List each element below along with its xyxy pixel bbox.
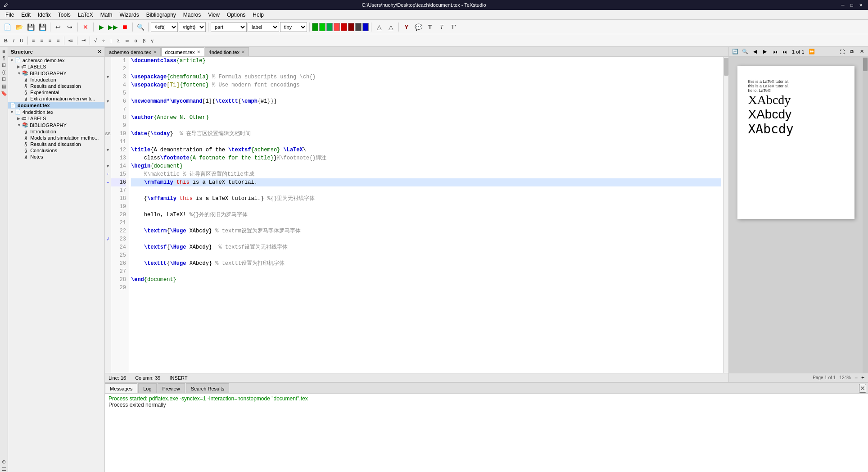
- tree-introduction-2[interactable]: § Introduction: [8, 128, 104, 135]
- bottom-tab-search-results[interactable]: Search Results: [186, 383, 230, 393]
- fmt-btn-4[interactable]: ≡: [54, 36, 62, 45]
- tree-conclusions[interactable]: § Conclusions: [8, 147, 104, 154]
- text-t-button[interactable]: T: [425, 22, 435, 32]
- preview-scrollbar-thumb[interactable]: [863, 58, 868, 71]
- fmt-btn-2[interactable]: ≡: [38, 36, 45, 45]
- math-btn-1[interactable]: ∫: [108, 36, 114, 45]
- italic-button[interactable]: I: [11, 36, 17, 45]
- gutter-icon-4[interactable]: ((: [2, 69, 5, 75]
- menu-idefix[interactable]: Idefix: [34, 11, 54, 19]
- fmt-btn-1[interactable]: ≡: [30, 36, 37, 45]
- minimize-button[interactable]: ─: [839, 1, 846, 9]
- tree-labels-2[interactable]: ▶ 🏷 LABELS: [8, 115, 104, 122]
- tab-4nd-close[interactable]: ✕: [241, 50, 245, 54]
- color-red-3[interactable]: [348, 23, 354, 31]
- color-green-2[interactable]: [319, 23, 326, 31]
- menu-math[interactable]: Math: [97, 11, 116, 19]
- fold-14[interactable]: ▼: [105, 162, 111, 170]
- fmt-btn-3[interactable]: ≡: [46, 36, 54, 45]
- menu-edit[interactable]: Edit: [18, 11, 34, 19]
- color-red-1[interactable]: [334, 23, 340, 31]
- pv-float-btn[interactable]: ⧉: [847, 48, 856, 56]
- fold-1[interactable]: [105, 57, 111, 65]
- fold-20[interactable]: [105, 211, 111, 219]
- fold-5[interactable]: [105, 89, 111, 97]
- pv-first-btn[interactable]: ⏮: [770, 48, 779, 56]
- tree-4nd-file[interactable]: ▼ 📄 4ndedition.tex: [8, 109, 104, 115]
- fold-17[interactable]: [105, 186, 111, 195]
- tab-achemso-close[interactable]: ✕: [153, 50, 157, 54]
- tab-document[interactable]: document.tex ✕: [161, 47, 204, 56]
- close-doc-button[interactable]: ✕: [80, 22, 91, 32]
- underline-button[interactable]: U: [18, 36, 26, 45]
- math-btn-5[interactable]: β: [140, 36, 148, 45]
- scrollbar-thumb[interactable]: [724, 58, 728, 76]
- fold-15[interactable]: +: [105, 170, 111, 178]
- tree-bibliography-2[interactable]: ▼ 📚 BIBLIOGRAPHY: [8, 122, 104, 128]
- gutter-icon-1[interactable]: ≡: [2, 49, 5, 54]
- tree-bibliography-1[interactable]: ▼ 📚 BIBLIOGRAPHY: [8, 70, 104, 77]
- bottom-tab-messages[interactable]: Messages: [105, 383, 137, 393]
- label-select[interactable]: label: [248, 22, 279, 32]
- right-bracket-select[interactable]: \right): [179, 22, 206, 32]
- color-green-1[interactable]: [312, 23, 318, 31]
- new-file-button[interactable]: 📄: [2, 22, 13, 32]
- menu-help[interactable]: Help: [249, 11, 267, 19]
- fold-23[interactable]: √: [105, 235, 111, 243]
- fold-22[interactable]: [105, 227, 111, 235]
- preview-zoom-out-btn[interactable]: −: [854, 375, 858, 381]
- open-file-button[interactable]: 📂: [14, 22, 24, 32]
- list-btn-1[interactable]: •≡: [66, 36, 75, 45]
- color-dark[interactable]: [355, 23, 362, 31]
- pv-next-btn[interactable]: ▶: [760, 48, 769, 56]
- text-y-button[interactable]: Y: [401, 22, 412, 32]
- sqrt-btn[interactable]: √: [92, 36, 99, 45]
- preview-scrollbar[interactable]: [863, 57, 868, 373]
- tab-document-close[interactable]: ✕: [197, 50, 200, 54]
- text-t2-button[interactable]: T: [436, 22, 447, 32]
- math-btn-6[interactable]: γ: [149, 36, 156, 45]
- menu-file[interactable]: File: [2, 11, 18, 19]
- triangle-1-button[interactable]: △: [374, 22, 384, 32]
- gutter-icon-2[interactable]: ¶: [3, 55, 5, 61]
- fold-16[interactable]: −: [105, 178, 111, 186]
- fold-12[interactable]: ▼: [105, 146, 111, 154]
- fold-19[interactable]: [105, 203, 111, 211]
- menu-view[interactable]: View: [204, 11, 223, 19]
- tab-achemso[interactable]: achemso-demo.tex ✕: [105, 47, 161, 56]
- pv-forward-btn[interactable]: ⏩: [807, 48, 816, 56]
- frac-btn[interactable]: ÷: [100, 36, 107, 45]
- fold-7[interactable]: [105, 105, 111, 113]
- redo-button[interactable]: ↪: [64, 22, 75, 32]
- color-green-3[interactable]: [326, 23, 333, 31]
- fold-3[interactable]: ▼: [105, 73, 111, 81]
- speech-button[interactable]: 💬: [413, 22, 424, 32]
- text-t3-button[interactable]: T': [448, 22, 459, 32]
- bottom-panel-close-button[interactable]: ✕: [859, 384, 866, 393]
- tree-labels-1[interactable]: ▶ 🏷 LABELS: [8, 64, 104, 70]
- tree-experimental[interactable]: § Experimental: [8, 89, 104, 95]
- preview-zoom-in-btn[interactable]: +: [861, 375, 864, 381]
- fold-10[interactable]: SS: [105, 130, 111, 138]
- pv-last-btn[interactable]: ⏭: [780, 48, 789, 56]
- pv-recompile-btn[interactable]: 🔄: [731, 48, 740, 56]
- bottom-tab-log[interactable]: Log: [138, 383, 156, 393]
- structure-close-button[interactable]: ✕: [97, 49, 102, 55]
- gutter-icon-5[interactable]: ⊡: [2, 76, 6, 82]
- editor-scrollbar[interactable]: [723, 57, 728, 373]
- bottom-tab-preview[interactable]: Preview: [158, 383, 185, 393]
- fold-4[interactable]: [105, 81, 111, 89]
- math-btn-3[interactable]: ∞: [123, 36, 131, 45]
- left-bracket-select[interactable]: \left(: [151, 22, 178, 32]
- gutter-icon-7[interactable]: 🔖: [1, 91, 7, 96]
- pv-prev-btn[interactable]: ◀: [750, 48, 760, 56]
- gutter-icon-6[interactable]: ▤: [2, 83, 6, 89]
- tree-notes[interactable]: § Notes: [8, 154, 104, 160]
- fold-8[interactable]: [105, 113, 111, 122]
- math-btn-2[interactable]: Σ: [115, 36, 122, 45]
- tree-results-1[interactable]: § Results and discussion: [8, 83, 104, 89]
- fold-2[interactable]: [105, 65, 111, 73]
- pv-fullscreen-btn[interactable]: ⛶: [837, 48, 846, 56]
- tree-achemso-file[interactable]: ▼ 📄 achemso-demo.tex: [8, 57, 104, 64]
- close-button[interactable]: ✕: [857, 1, 864, 9]
